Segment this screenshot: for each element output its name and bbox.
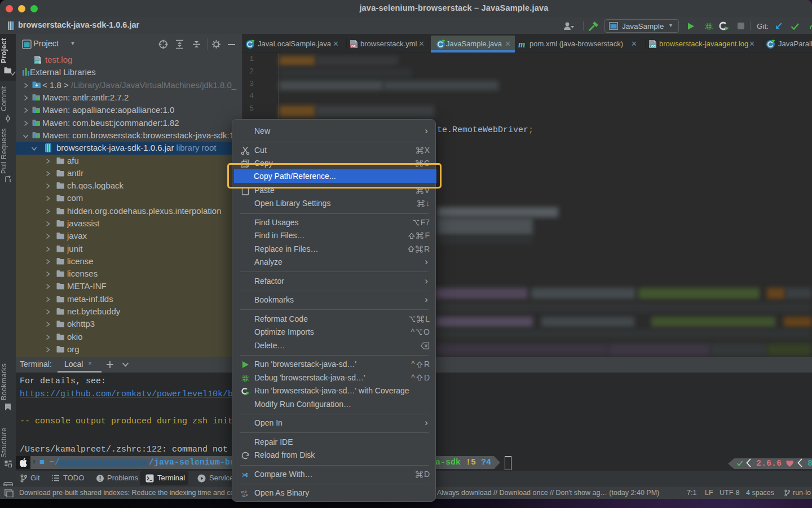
- svg-text:110: 110: [242, 494, 248, 498]
- svg-text:YML: YML: [351, 45, 358, 48]
- svg-text:LOG: LOG: [650, 45, 656, 48]
- svg-text:m: m: [518, 40, 525, 49]
- svg-text:LOG: LOG: [35, 60, 41, 64]
